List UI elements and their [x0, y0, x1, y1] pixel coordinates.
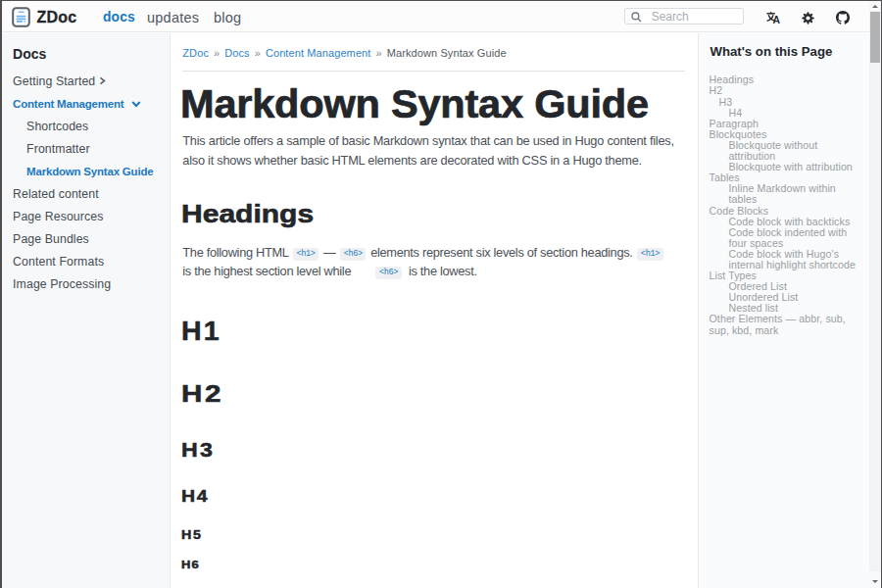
svg-text:A: A [772, 15, 779, 24]
